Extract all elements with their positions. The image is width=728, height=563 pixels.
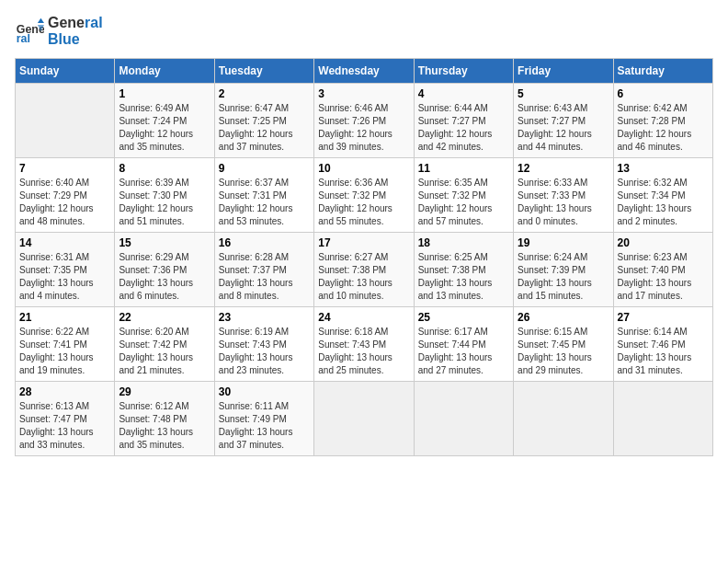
day-info: Sunrise: 6:11 AMSunset: 7:49 PMDaylight:… — [219, 400, 310, 452]
calendar-cell: 9Sunrise: 6:37 AMSunset: 7:31 PMDaylight… — [214, 158, 313, 233]
calendar-cell: 5Sunrise: 6:43 AMSunset: 7:27 PMDaylight… — [514, 84, 613, 158]
day-info: Sunrise: 6:23 AMSunset: 7:40 PMDaylight:… — [618, 251, 709, 303]
calendar-cell: 27Sunrise: 6:14 AMSunset: 7:46 PMDayligh… — [613, 307, 712, 382]
day-info: Sunrise: 6:27 AMSunset: 7:38 PMDaylight:… — [318, 251, 409, 303]
calendar-cell: 25Sunrise: 6:17 AMSunset: 7:44 PMDayligh… — [414, 307, 513, 382]
calendar-cell: 18Sunrise: 6:25 AMSunset: 7:38 PMDayligh… — [414, 233, 513, 307]
day-number: 30 — [219, 385, 310, 398]
logo-text-line2: Blue — [48, 31, 103, 48]
day-number: 22 — [119, 311, 210, 324]
day-info: Sunrise: 6:28 AMSunset: 7:37 PMDaylight:… — [219, 251, 310, 303]
calendar-cell: 12Sunrise: 6:33 AMSunset: 7:33 PMDayligh… — [514, 158, 613, 233]
day-number: 11 — [418, 162, 509, 175]
day-number: 26 — [518, 311, 609, 324]
day-info: Sunrise: 6:22 AMSunset: 7:41 PMDaylight:… — [19, 326, 110, 377]
calendar-week-row: 7Sunrise: 6:40 AMSunset: 7:29 PMDaylight… — [16, 158, 713, 233]
day-number: 6 — [618, 87, 709, 100]
day-number: 4 — [418, 87, 509, 100]
calendar-cell: 23Sunrise: 6:19 AMSunset: 7:43 PMDayligh… — [214, 307, 313, 382]
day-info: Sunrise: 6:13 AMSunset: 7:47 PMDaylight:… — [19, 400, 110, 452]
day-info: Sunrise: 6:46 AMSunset: 7:26 PMDaylight:… — [318, 102, 409, 154]
day-number: 10 — [318, 162, 409, 175]
day-info: Sunrise: 6:42 AMSunset: 7:28 PMDaylight:… — [618, 102, 709, 154]
calendar-body: 1Sunrise: 6:49 AMSunset: 7:24 PMDaylight… — [16, 84, 713, 456]
day-number: 19 — [518, 236, 609, 249]
col-header-wednesday: Wednesday — [314, 59, 414, 84]
day-number: 2 — [219, 87, 310, 100]
calendar-cell: 17Sunrise: 6:27 AMSunset: 7:38 PMDayligh… — [314, 233, 414, 307]
day-info: Sunrise: 6:31 AMSunset: 7:35 PMDaylight:… — [19, 251, 110, 303]
calendar-cell: 13Sunrise: 6:32 AMSunset: 7:34 PMDayligh… — [613, 158, 712, 233]
day-info: Sunrise: 6:24 AMSunset: 7:39 PMDaylight:… — [518, 251, 609, 303]
day-number: 13 — [618, 162, 709, 175]
day-number: 14 — [19, 236, 110, 249]
calendar-cell: 20Sunrise: 6:23 AMSunset: 7:40 PMDayligh… — [613, 233, 712, 307]
day-info: Sunrise: 6:36 AMSunset: 7:32 PMDaylight:… — [318, 177, 409, 228]
day-info: Sunrise: 6:47 AMSunset: 7:25 PMDaylight:… — [219, 102, 310, 154]
col-header-saturday: Saturday — [613, 59, 712, 84]
day-number: 24 — [318, 311, 409, 324]
day-number: 27 — [618, 311, 709, 324]
col-header-friday: Friday — [514, 59, 613, 84]
day-info: Sunrise: 6:44 AMSunset: 7:27 PMDaylight:… — [418, 102, 509, 154]
calendar-cell: 6Sunrise: 6:42 AMSunset: 7:28 PMDaylight… — [613, 84, 712, 158]
calendar-cell — [16, 84, 115, 158]
calendar-cell — [314, 382, 414, 456]
calendar-cell: 3Sunrise: 6:46 AMSunset: 7:26 PMDaylight… — [314, 84, 414, 158]
svg-marker-2 — [38, 17, 44, 22]
day-number: 7 — [19, 162, 110, 175]
calendar-cell: 22Sunrise: 6:20 AMSunset: 7:42 PMDayligh… — [115, 307, 214, 382]
calendar-cell: 1Sunrise: 6:49 AMSunset: 7:24 PMDaylight… — [115, 84, 214, 158]
calendar-cell — [514, 382, 613, 456]
day-info: Sunrise: 6:40 AMSunset: 7:29 PMDaylight:… — [19, 177, 110, 228]
day-number: 15 — [119, 236, 210, 249]
day-number: 29 — [119, 385, 210, 398]
day-number: 9 — [219, 162, 310, 175]
calendar-cell: 16Sunrise: 6:28 AMSunset: 7:37 PMDayligh… — [214, 233, 313, 307]
calendar-cell: 14Sunrise: 6:31 AMSunset: 7:35 PMDayligh… — [16, 233, 115, 307]
calendar-cell: 28Sunrise: 6:13 AMSunset: 7:47 PMDayligh… — [16, 382, 115, 456]
day-info: Sunrise: 6:14 AMSunset: 7:46 PMDaylight:… — [618, 326, 709, 377]
day-number: 1 — [119, 87, 210, 100]
day-number: 16 — [219, 236, 310, 249]
calendar-cell: 11Sunrise: 6:35 AMSunset: 7:32 PMDayligh… — [414, 158, 513, 233]
svg-text:ral: ral — [17, 32, 30, 45]
day-number: 5 — [518, 87, 609, 100]
calendar-cell — [414, 382, 513, 456]
calendar-cell: 19Sunrise: 6:24 AMSunset: 7:39 PMDayligh… — [514, 233, 613, 307]
day-info: Sunrise: 6:18 AMSunset: 7:43 PMDaylight:… — [318, 326, 409, 377]
day-info: Sunrise: 6:37 AMSunset: 7:31 PMDaylight:… — [219, 177, 310, 228]
calendar-cell: 21Sunrise: 6:22 AMSunset: 7:41 PMDayligh… — [16, 307, 115, 382]
col-header-thursday: Thursday — [414, 59, 513, 84]
day-number: 12 — [518, 162, 609, 175]
day-info: Sunrise: 6:29 AMSunset: 7:36 PMDaylight:… — [119, 251, 210, 303]
calendar-cell: 26Sunrise: 6:15 AMSunset: 7:45 PMDayligh… — [514, 307, 613, 382]
calendar-cell: 24Sunrise: 6:18 AMSunset: 7:43 PMDayligh… — [314, 307, 414, 382]
day-number: 25 — [418, 311, 509, 324]
day-number: 18 — [418, 236, 509, 249]
day-number: 8 — [119, 162, 210, 175]
day-info: Sunrise: 6:39 AMSunset: 7:30 PMDaylight:… — [119, 177, 210, 228]
day-info: Sunrise: 6:17 AMSunset: 7:44 PMDaylight:… — [418, 326, 509, 377]
day-number: 3 — [318, 87, 409, 100]
logo-text-line1: General — [48, 15, 103, 31]
calendar-week-row: 21Sunrise: 6:22 AMSunset: 7:41 PMDayligh… — [16, 307, 713, 382]
calendar-week-row: 28Sunrise: 6:13 AMSunset: 7:47 PMDayligh… — [16, 382, 713, 456]
day-number: 17 — [318, 236, 409, 249]
logo-icon: Gene ral — [15, 17, 44, 46]
day-info: Sunrise: 6:32 AMSunset: 7:34 PMDaylight:… — [618, 177, 709, 228]
calendar-cell: 29Sunrise: 6:12 AMSunset: 7:48 PMDayligh… — [115, 382, 214, 456]
day-number: 20 — [618, 236, 709, 249]
day-info: Sunrise: 6:43 AMSunset: 7:27 PMDaylight:… — [518, 102, 609, 154]
day-number: 28 — [19, 385, 110, 398]
calendar-cell: 4Sunrise: 6:44 AMSunset: 7:27 PMDaylight… — [414, 84, 513, 158]
page-header: Gene ral General Blue — [15, 15, 713, 47]
day-number: 23 — [219, 311, 310, 324]
calendar-cell: 15Sunrise: 6:29 AMSunset: 7:36 PMDayligh… — [115, 233, 214, 307]
day-info: Sunrise: 6:35 AMSunset: 7:32 PMDaylight:… — [418, 177, 509, 228]
calendar-header-row: SundayMondayTuesdayWednesdayThursdayFrid… — [16, 59, 713, 84]
day-info: Sunrise: 6:20 AMSunset: 7:42 PMDaylight:… — [119, 326, 210, 377]
day-info: Sunrise: 6:25 AMSunset: 7:38 PMDaylight:… — [418, 251, 509, 303]
day-info: Sunrise: 6:33 AMSunset: 7:33 PMDaylight:… — [518, 177, 609, 228]
day-number: 21 — [19, 311, 110, 324]
